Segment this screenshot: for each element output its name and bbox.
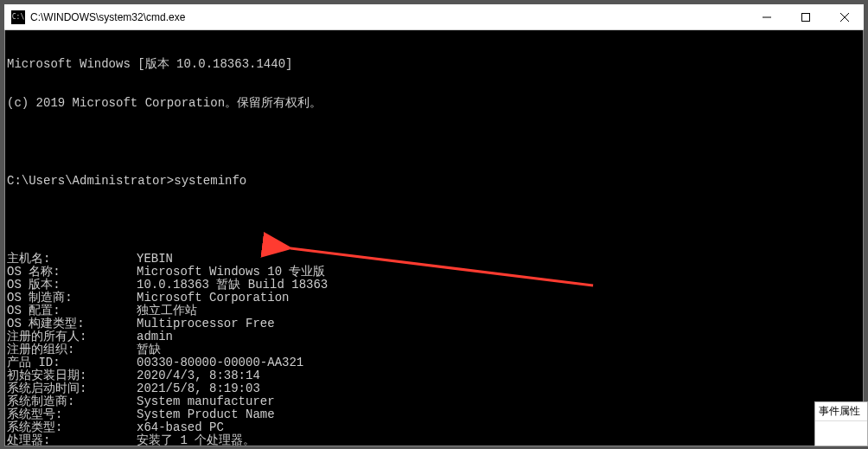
field-value: Multiprocessor Free [137, 318, 275, 330]
field-value: 00330-80000-00000-AA321 [137, 356, 303, 369]
systeminfo-row: OS 名称:Microsoft Windows 10 专业版 [7, 266, 863, 279]
systeminfo-row: OS 版本:10.0.18363 暂缺 Build 18363 [7, 279, 863, 292]
field-label: 注册的所有人: [7, 330, 137, 343]
systeminfo-row: OS 构建类型:Multiprocessor Free [7, 318, 863, 330]
field-label: OS 版本: [7, 279, 137, 292]
close-button[interactable] [825, 4, 864, 29]
svg-rect-1 [801, 13, 809, 21]
field-label: OS 构建类型: [7, 318, 137, 330]
field-label: 初始安装日期: [7, 369, 137, 382]
systeminfo-row: 处理器:安装了 1 个处理器。 [7, 434, 863, 446]
field-value: Microsoft Windows 10 专业版 [137, 266, 325, 279]
blank-line [7, 214, 863, 227]
systeminfo-row: 初始安装日期:2020/4/3, 8:38:14 [7, 369, 863, 382]
field-label: 系统类型: [7, 421, 137, 434]
prompt-line: C:\Users\Administrator>systeminfo [7, 175, 863, 188]
cmd-window: C:\ C:\WINDOWS\system32\cmd.exe Microsof… [3, 3, 865, 447]
field-label: 系统型号: [7, 408, 137, 421]
banner-line: Microsoft Windows [版本 10.0.18363.1440] [7, 58, 863, 71]
systeminfo-row: OS 配置:独立工作站 [7, 305, 863, 318]
field-label: OS 制造商: [7, 292, 137, 305]
field-value: 独立工作站 [137, 305, 197, 318]
field-value: 2020/4/3, 8:38:14 [137, 369, 260, 382]
field-label: OS 配置: [7, 305, 137, 318]
field-value: YEBIN [137, 253, 173, 266]
field-value: x64-based PC [137, 421, 224, 434]
field-label: 主机名: [7, 253, 137, 266]
field-label: OS 名称: [7, 266, 137, 279]
blank-line [7, 136, 863, 149]
terminal-output[interactable]: Microsoft Windows [版本 10.0.18363.1440] (… [4, 30, 864, 446]
field-value: 暂缺 [137, 343, 161, 356]
field-value: System Product Name [137, 408, 275, 421]
adjacent-window-fragment: 事件属性 [814, 401, 868, 446]
systeminfo-row: 注册的所有人:admin [7, 330, 863, 343]
field-label: 注册的组织: [7, 343, 137, 356]
window-title: C:\WINDOWS\system32\cmd.exe [30, 11, 747, 23]
field-label: 处理器: [7, 434, 137, 446]
adjacent-window-header: 事件属性 [815, 402, 867, 421]
field-label: 系统制造商: [7, 395, 137, 408]
field-label: 产品 ID: [7, 356, 137, 369]
cmd-icon: C:\ [11, 10, 25, 24]
field-value: 10.0.18363 暂缺 Build 18363 [137, 279, 328, 292]
systeminfo-row: 系统制造商:System manufacturer [7, 395, 863, 408]
systeminfo-row: 系统型号:System Product Name [7, 408, 863, 421]
systeminfo-row: 系统类型:x64-based PC [7, 421, 863, 434]
systeminfo-row: OS 制造商:Microsoft Corporation [7, 292, 863, 305]
systeminfo-row: 产品 ID:00330-80000-00000-AA321 [7, 356, 863, 369]
field-value: admin [137, 330, 173, 343]
banner-line: (c) 2019 Microsoft Corporation。保留所有权利。 [7, 97, 863, 110]
systeminfo-row: 主机名:YEBIN [7, 253, 863, 266]
systeminfo-row: 系统启动时间:2021/5/8, 8:19:03 [7, 382, 863, 395]
window-controls [747, 4, 864, 29]
field-value: 2021/5/8, 8:19:03 [137, 382, 260, 395]
titlebar[interactable]: C:\ C:\WINDOWS\system32\cmd.exe [4, 4, 864, 30]
field-value: Microsoft Corporation [137, 292, 289, 305]
maximize-button[interactable] [786, 4, 825, 29]
field-label: 系统启动时间: [7, 382, 137, 395]
minimize-button[interactable] [747, 4, 786, 29]
field-value: System manufacturer [137, 395, 275, 408]
field-value: 安装了 1 个处理器。 [137, 434, 255, 446]
systeminfo-row: 注册的组织:暂缺 [7, 343, 863, 356]
